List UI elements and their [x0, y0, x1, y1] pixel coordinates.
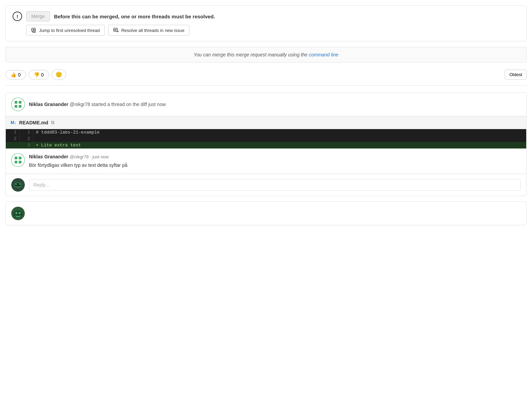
reply-area: Reply...: [6, 174, 526, 196]
thread-handle-text: @nikgr78: [70, 102, 90, 107]
warning-icon: !: [13, 12, 22, 21]
emoji-add-icon: 🙂: [55, 72, 62, 77]
reply-avatar: [11, 178, 25, 192]
commenter-avatar: [11, 153, 25, 167]
svg-rect-4: [19, 101, 21, 104]
svg-point-17: [19, 212, 21, 214]
command-line-text: You can merge this merge request manuall…: [194, 52, 307, 57]
thumbs-up-button[interactable]: 👍 0: [5, 70, 26, 80]
comment-text: Bör förtydligas vilken typ av text detta…: [29, 162, 127, 169]
reply-user-avatar: [11, 178, 25, 192]
diff-new-num: 2: [19, 136, 33, 142]
thread-section: Niklas Granander @nikgr78 started a thre…: [5, 92, 527, 196]
thumbs-up-emoji: 👍: [11, 72, 16, 77]
thumbs-down-button[interactable]: 👎 0: [29, 70, 49, 80]
svg-rect-5: [15, 105, 17, 108]
thread-action-text: started a thread on the diff just now: [92, 102, 166, 107]
avatar: [11, 98, 25, 111]
svg-point-14: [19, 183, 21, 185]
user-avatar: [11, 98, 25, 111]
jump-to-thread-button[interactable]: Jump to first unresolved thread: [26, 25, 105, 36]
diff-line-content: + Lite extra text: [33, 142, 526, 148]
comment-area: Niklas Granander @nikgr78 · just now Bör…: [6, 148, 526, 174]
thread-buttons: Jump to first unresolved thread Resolve …: [26, 25, 519, 36]
diff-new-num: 3: [19, 142, 33, 148]
bottom-avatar: [11, 207, 25, 220]
diff-line-content: [33, 136, 526, 142]
file-header: M↓ README.md ⧉: [6, 116, 526, 129]
svg-rect-6: [19, 105, 21, 108]
diff-old-num: [6, 142, 19, 148]
diff-old-num: 1: [6, 129, 19, 136]
bottom-user-avatar: [11, 207, 25, 220]
diff-row: 1 1 # tddd83-labs-21-example: [6, 129, 526, 136]
jump-icon: [31, 28, 37, 33]
svg-point-16: [16, 212, 17, 214]
svg-point-7: [11, 153, 25, 167]
thread-header: Niklas Granander @nikgr78 started a thre…: [6, 93, 526, 116]
svg-rect-3: [15, 101, 17, 104]
merge-row: ! Merge Before this can be merged, one o…: [13, 11, 519, 21]
diff-new-num: 1: [19, 129, 33, 136]
diff-table: 1 1 # tddd83-labs-21-example 2 2 3 + Lit…: [6, 129, 526, 148]
svg-point-2: [11, 98, 25, 111]
comment-header: Niklas Granander @nikgr78 · just now: [29, 153, 127, 160]
file-name: README.md: [19, 120, 48, 125]
merge-warning-text: Before this can be merged, one or more t…: [54, 14, 215, 19]
add-emoji-button[interactable]: 🙂: [52, 69, 66, 80]
command-line-link[interactable]: command line: [309, 52, 338, 57]
diff-old-num: 2: [6, 136, 19, 142]
reaction-row: 👍 0 👎 0 🙂 Oldest: [5, 69, 527, 86]
markdown-icon: M↓: [11, 120, 16, 125]
sort-label: Oldest: [509, 72, 522, 77]
thread-author: Niklas Granander: [29, 102, 68, 107]
diff-row: 2 2: [6, 136, 526, 142]
merge-warning-section: ! Merge Before this can be merged, one o…: [5, 5, 527, 41]
command-line-section: You can merge this merge request manuall…: [5, 47, 527, 63]
resolve-threads-button[interactable]: Resolve all threads in new issue: [108, 25, 189, 36]
svg-rect-9: [19, 157, 21, 159]
comment-handle-text: @nikgr78: [70, 154, 89, 159]
diff-row-added: 3 + Lite extra text: [6, 142, 526, 148]
svg-point-13: [15, 183, 17, 185]
thumbs-up-count: 0: [18, 72, 21, 77]
resolve-icon: [113, 28, 119, 33]
thumbs-down-count: 0: [41, 72, 44, 77]
reply-input[interactable]: Reply...: [29, 179, 521, 191]
comment-avatar: [11, 153, 25, 167]
thread-meta: Niklas Granander @nikgr78 started a thre…: [29, 102, 166, 107]
sort-button[interactable]: Oldest: [505, 70, 527, 80]
merge-button[interactable]: Merge: [26, 11, 50, 21]
bottom-thread-section: [5, 202, 527, 225]
comment-author: Niklas Granander: [29, 154, 68, 159]
thumbs-down-emoji: 👎: [34, 72, 39, 77]
svg-rect-8: [15, 157, 17, 159]
comment-time: · just now: [90, 154, 109, 159]
diff-line-content: # tddd83-labs-21-example: [33, 129, 526, 136]
svg-rect-10: [15, 161, 17, 163]
comment-body: Niklas Granander @nikgr78 · just now Bör…: [29, 153, 127, 169]
svg-rect-11: [19, 161, 21, 163]
copy-icon[interactable]: ⧉: [51, 120, 54, 125]
